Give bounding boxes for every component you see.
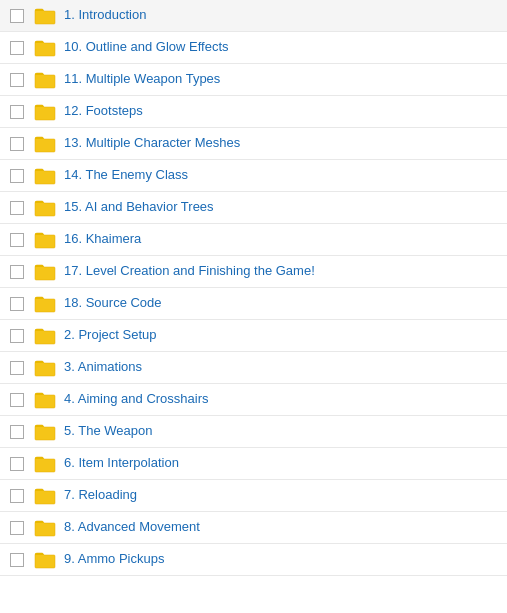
item-label: 9. Ammo Pickups — [64, 550, 164, 568]
item-label: 18. Source Code — [64, 294, 162, 312]
folder-icon — [34, 487, 56, 505]
folder-icon — [34, 263, 56, 281]
checkbox[interactable] — [10, 329, 24, 343]
item-label: 17. Level Creation and Finishing the Gam… — [64, 262, 315, 280]
list-item[interactable]: 7. Reloading — [0, 480, 507, 512]
item-label: 7. Reloading — [64, 486, 137, 504]
checkbox[interactable] — [10, 361, 24, 375]
item-label: 11. Multiple Weapon Types — [64, 70, 220, 88]
folder-icon — [34, 7, 56, 25]
checkbox[interactable] — [10, 553, 24, 567]
list-item[interactable]: 17. Level Creation and Finishing the Gam… — [0, 256, 507, 288]
list-item[interactable]: 2. Project Setup — [0, 320, 507, 352]
folder-icon — [34, 519, 56, 537]
folder-icon — [34, 327, 56, 345]
folder-icon — [34, 455, 56, 473]
item-label: 16. Khaimera — [64, 230, 141, 248]
list-item[interactable]: 6. Item Interpolation — [0, 448, 507, 480]
folder-icon — [34, 135, 56, 153]
folder-icon — [34, 359, 56, 377]
folder-icon — [34, 39, 56, 57]
folder-icon — [34, 103, 56, 121]
list-item[interactable]: 1. Introduction — [0, 0, 507, 32]
checkbox[interactable] — [10, 425, 24, 439]
folder-icon — [34, 71, 56, 89]
checkbox[interactable] — [10, 489, 24, 503]
folder-icon — [34, 167, 56, 185]
checkbox[interactable] — [10, 521, 24, 535]
checkbox[interactable] — [10, 9, 24, 23]
folder-icon — [34, 231, 56, 249]
checkbox[interactable] — [10, 105, 24, 119]
checkbox[interactable] — [10, 265, 24, 279]
item-label: 13. Multiple Character Meshes — [64, 134, 240, 152]
checkbox[interactable] — [10, 457, 24, 471]
checkbox[interactable] — [10, 201, 24, 215]
item-label: 4. Aiming and Crosshairs — [64, 390, 209, 408]
folder-icon — [34, 199, 56, 217]
list-item[interactable]: 8. Advanced Movement — [0, 512, 507, 544]
item-label: 14. The Enemy Class — [64, 166, 188, 184]
list-item[interactable]: 12. Footsteps — [0, 96, 507, 128]
item-label: 1. Introduction — [64, 6, 146, 24]
list-item[interactable]: 3. Animations — [0, 352, 507, 384]
list-item[interactable]: 11. Multiple Weapon Types — [0, 64, 507, 96]
list-item[interactable]: 9. Ammo Pickups — [0, 544, 507, 576]
item-label: 8. Advanced Movement — [64, 518, 200, 536]
folder-icon — [34, 295, 56, 313]
file-list: 1. Introduction 10. Outline and Glow Eff… — [0, 0, 507, 576]
item-label: 6. Item Interpolation — [64, 454, 179, 472]
item-label: 15. AI and Behavior Trees — [64, 198, 214, 216]
list-item[interactable]: 4. Aiming and Crosshairs — [0, 384, 507, 416]
checkbox[interactable] — [10, 393, 24, 407]
folder-icon — [34, 423, 56, 441]
checkbox[interactable] — [10, 41, 24, 55]
checkbox[interactable] — [10, 169, 24, 183]
list-item[interactable]: 5. The Weapon — [0, 416, 507, 448]
checkbox[interactable] — [10, 73, 24, 87]
list-item[interactable]: 10. Outline and Glow Effects — [0, 32, 507, 64]
checkbox[interactable] — [10, 233, 24, 247]
item-label: 10. Outline and Glow Effects — [64, 38, 229, 56]
folder-icon — [34, 391, 56, 409]
checkbox[interactable] — [10, 297, 24, 311]
list-item[interactable]: 16. Khaimera — [0, 224, 507, 256]
item-label: 3. Animations — [64, 358, 142, 376]
list-item[interactable]: 14. The Enemy Class — [0, 160, 507, 192]
list-item[interactable]: 15. AI and Behavior Trees — [0, 192, 507, 224]
folder-icon — [34, 551, 56, 569]
list-item[interactable]: 18. Source Code — [0, 288, 507, 320]
item-label: 2. Project Setup — [64, 326, 157, 344]
checkbox[interactable] — [10, 137, 24, 151]
list-item[interactable]: 13. Multiple Character Meshes — [0, 128, 507, 160]
item-label: 12. Footsteps — [64, 102, 143, 120]
item-label: 5. The Weapon — [64, 422, 152, 440]
